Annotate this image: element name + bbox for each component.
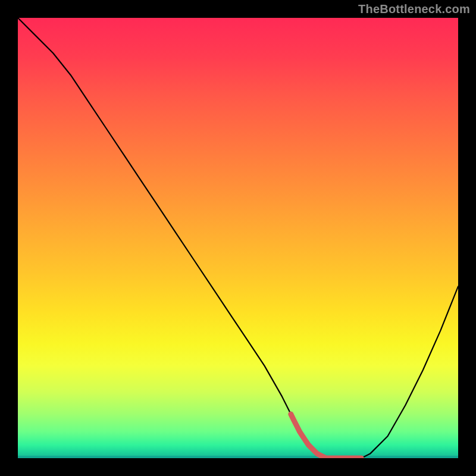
optimal-range-highlight [291, 414, 361, 458]
curve-layer [18, 18, 458, 458]
plot-area [18, 18, 458, 458]
chart-container: TheBottleneck.com [0, 0, 476, 476]
bottleneck-curve [18, 18, 458, 458]
attribution-label: TheBottleneck.com [358, 2, 470, 16]
